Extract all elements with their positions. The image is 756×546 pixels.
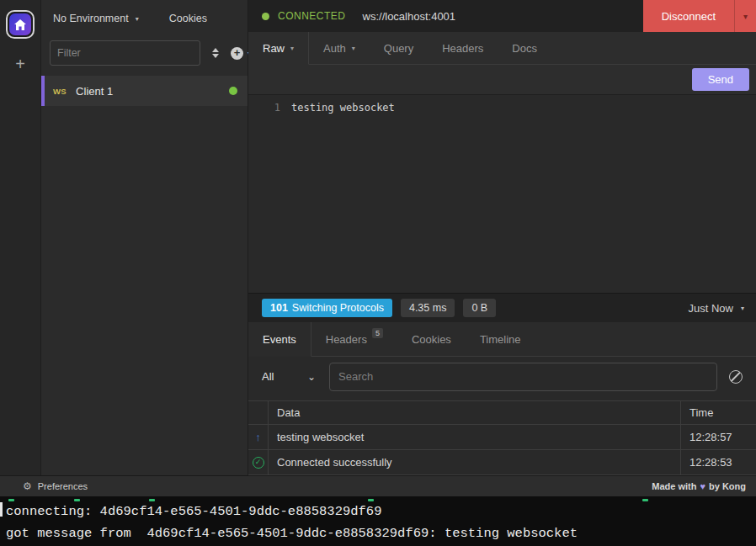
status-footer: ⚙ Preferences Made with ♥ by Kong <box>0 475 756 496</box>
sidebar: No Environment ▾ Cookies + ▾ <box>40 0 248 475</box>
caret-down-icon: ▾ <box>352 45 355 52</box>
left-rail: + <box>0 0 40 475</box>
send-row: Send <box>248 65 756 95</box>
heart-icon: ♥ <box>700 481 705 491</box>
table-row[interactable]: ↑ testing websocket 12:28:57 <box>248 425 756 450</box>
event-time: 12:28:57 <box>680 425 756 449</box>
status-code-badge: 101 Switching Protocols <box>262 299 392 317</box>
tab-response-cookies[interactable]: Cookies <box>397 322 466 356</box>
disconnect-dropdown-button[interactable]: ▾ <box>734 0 756 32</box>
tab-query[interactable]: Query <box>370 32 428 64</box>
sort-icon[interactable] <box>210 48 221 58</box>
home-button[interactable] <box>6 10 35 39</box>
terminal-clipped-text <box>368 499 374 501</box>
column-data: Data <box>269 401 680 424</box>
tab-events[interactable]: Events <box>248 322 311 357</box>
kong-credit: Made with ♥ by Kong <box>652 481 746 491</box>
terminal-cursor <box>0 502 3 517</box>
response-time-badge: 4.35 ms <box>401 299 455 317</box>
tab-headers[interactable]: Headers <box>428 32 498 64</box>
url-bar: CONNECTED ws://localhost:4001 Disconnect… <box>248 0 756 32</box>
caret-down-icon: ▾ <box>136 15 139 23</box>
chevron-down-icon: ⌄ <box>307 371 316 383</box>
response-status-bar: 101 Switching Protocols 4.35 ms 0 B Just… <box>248 293 756 322</box>
tab-response-headers[interactable]: Headers 5 <box>311 322 397 356</box>
environment-label: No Environment <box>53 13 129 24</box>
terminal-clipped-text <box>642 499 648 501</box>
sidebar-item-client1[interactable]: WS Client 1 <box>41 76 248 106</box>
message-sent-arrow-icon: ↑ <box>255 431 261 443</box>
environment-selector[interactable]: No Environment ▾ <box>53 13 169 24</box>
terminal[interactable]: connecting: 4d69cf14-e565-4501-9ddc-e885… <box>0 496 756 546</box>
sidebar-header: No Environment ▾ Cookies <box>41 0 248 37</box>
terminal-clipped-text <box>149 499 155 501</box>
ws-method-tag: WS <box>53 87 67 96</box>
connection-status: CONNECTED <box>278 10 346 22</box>
new-project-button[interactable]: + <box>15 56 25 72</box>
connection-status-dot <box>229 87 237 95</box>
clear-events-icon[interactable] <box>729 370 743 384</box>
tab-timeline[interactable]: Timeline <box>466 322 535 356</box>
event-data: Connected successfully <box>269 450 680 474</box>
message-body: testing websocket <box>291 102 395 114</box>
send-button[interactable]: Send <box>692 68 749 91</box>
connected-check-icon: ✓ <box>253 457 264 469</box>
preferences-button[interactable]: ⚙ Preferences <box>23 480 88 492</box>
insomnia-app: + No Environment ▾ Cookies <box>0 0 756 546</box>
events-search-input[interactable] <box>329 363 717 391</box>
main-content: + No Environment ▾ Cookies <box>0 0 756 475</box>
terminal-clipped-text <box>74 499 80 501</box>
tab-docs[interactable]: Docs <box>498 32 551 64</box>
plus-icon: + <box>15 55 25 73</box>
sidebar-filter-row: + ▾ <box>41 37 248 76</box>
events-table: Data Time ↑ testing websocket 12:28:57 <box>248 400 756 475</box>
message-editor[interactable]: 1 testing websocket <box>248 95 756 293</box>
event-time: 12:28:53 <box>680 450 756 474</box>
request-response-pane: CONNECTED ws://localhost:4001 Disconnect… <box>248 0 756 475</box>
tab-auth[interactable]: Auth ▾ <box>309 32 370 64</box>
column-time: Time <box>680 401 756 424</box>
gear-icon: ⚙ <box>23 480 32 492</box>
response-tabs: Events Headers 5 Cookies Timeline <box>248 322 756 357</box>
response-history-dropdown[interactable]: Just Now ▾ <box>689 302 744 315</box>
response-size-badge: 0 B <box>463 299 496 317</box>
caret-down-icon: ▾ <box>290 45 294 52</box>
request-tabs: Raw ▾ Auth ▾ Query Headers Docs <box>248 32 756 65</box>
filter-input[interactable] <box>50 40 200 66</box>
caret-down-icon: ▾ <box>741 305 744 312</box>
line-number: 1 <box>248 102 280 114</box>
home-icon <box>9 13 31 35</box>
event-data: testing websocket <box>269 425 680 449</box>
app-window: + No Environment ▾ Cookies <box>0 0 756 496</box>
terminal-clipped-text <box>8 499 14 501</box>
connected-dot-icon <box>262 13 269 20</box>
headers-count-badge: 5 <box>372 328 383 338</box>
disconnect-button-group: Disconnect ▾ <box>643 0 756 32</box>
terminal-line: got message from 4d69cf14-e565-4501-9ddc… <box>6 526 578 541</box>
events-filter-row: All ⌄ <box>248 357 756 396</box>
events-table-header: Data Time <box>248 401 756 425</box>
tab-raw[interactable]: Raw ▾ <box>248 32 309 65</box>
caret-down-icon: ▾ <box>743 12 748 21</box>
table-row[interactable]: ✓ Connected successfully 12:28:53 <box>248 450 756 475</box>
request-name: Client 1 <box>76 85 220 98</box>
websocket-url[interactable]: ws://localhost:4001 <box>363 10 456 23</box>
disconnect-button[interactable]: Disconnect <box>643 0 734 32</box>
event-type-select[interactable]: All ⌄ <box>262 370 317 383</box>
terminal-line: connecting: 4d69cf14-e565-4501-9ddc-e885… <box>6 504 381 519</box>
cookies-button[interactable]: Cookies <box>169 13 207 24</box>
plus-circle-icon: + <box>231 47 243 60</box>
